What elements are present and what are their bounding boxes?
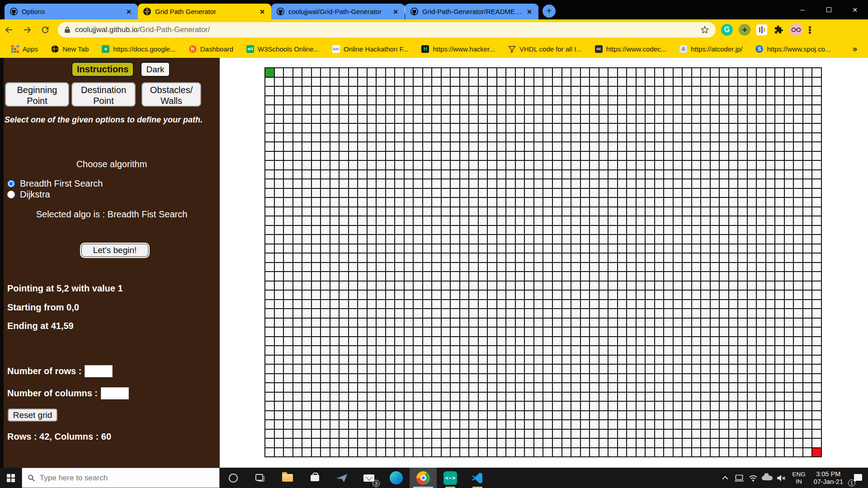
grid-cell[interactable] (414, 337, 422, 346)
grid-cell[interactable] (609, 133, 617, 142)
grid-cell[interactable] (302, 207, 311, 216)
grid-cell[interactable] (729, 152, 738, 160)
grid-cell[interactable] (386, 68, 395, 77)
grid-cell[interactable] (386, 346, 395, 355)
grid-cell[interactable] (432, 189, 441, 197)
grid-cell[interactable] (785, 365, 793, 373)
grid-cell[interactable] (553, 420, 561, 429)
grid-cell[interactable] (516, 170, 524, 179)
grid-cell[interactable] (757, 291, 765, 299)
grid-cell[interactable] (377, 282, 385, 290)
grid-cell[interactable] (395, 365, 404, 373)
grid-cell[interactable] (460, 393, 469, 401)
grid-cell[interactable] (562, 179, 571, 188)
grid-cell[interactable] (627, 439, 636, 447)
grid-cell[interactable] (553, 263, 561, 272)
grid-cell[interactable] (674, 374, 682, 383)
grid-cell[interactable] (368, 309, 376, 318)
grid-cell[interactable] (674, 383, 682, 392)
grid-cell[interactable] (599, 356, 608, 364)
grid-cell[interactable] (701, 244, 710, 253)
grid-cell[interactable] (525, 198, 533, 206)
grid-cell[interactable] (395, 319, 404, 327)
grid-cell[interactable] (812, 124, 821, 132)
grid-cell[interactable] (358, 328, 367, 336)
grid-cell[interactable] (534, 179, 543, 188)
grid-cell[interactable] (655, 179, 664, 188)
grid-cell[interactable] (330, 374, 339, 383)
grid-cell[interactable] (590, 291, 599, 299)
grid-cell[interactable] (340, 448, 348, 457)
grid-cell[interactable] (432, 319, 441, 327)
grid-cell[interactable] (497, 337, 506, 346)
grid-cell[interactable] (701, 448, 710, 457)
grid-cell[interactable] (460, 78, 469, 86)
grid-cell[interactable] (405, 68, 413, 77)
grid-cell[interactable] (627, 448, 636, 457)
grid-cell[interactable] (312, 226, 321, 235)
grid-cell[interactable] (553, 133, 561, 142)
grid-cell[interactable] (571, 124, 580, 132)
grid-cell[interactable] (469, 448, 478, 457)
grid-cell[interactable] (405, 152, 413, 160)
grid-cell[interactable] (803, 300, 812, 309)
back-icon[interactable] (0, 25, 18, 35)
grid-cell[interactable] (506, 198, 515, 206)
grid-cell[interactable] (543, 383, 552, 392)
grid-cell[interactable] (674, 115, 682, 123)
grid-cell[interactable] (442, 272, 450, 281)
bookmark-hackathon[interactable]: D2C Online Hackathon F... (328, 45, 412, 53)
grid-cell[interactable] (432, 337, 441, 346)
grid-cell[interactable] (729, 346, 738, 355)
grid-cell[interactable] (803, 383, 812, 392)
grid-cell[interactable] (330, 291, 339, 299)
grid-cell[interactable] (646, 383, 654, 392)
grid-cell[interactable] (646, 68, 654, 77)
grid-cell[interactable] (405, 402, 413, 410)
grid-cell[interactable] (340, 374, 348, 383)
grid-cell[interactable] (618, 105, 627, 114)
grid-cell[interactable] (581, 393, 590, 401)
grid-cell[interactable] (340, 226, 348, 235)
grid-cell[interactable] (571, 105, 580, 114)
grid-cell[interactable] (729, 328, 738, 336)
grid-cell[interactable] (479, 365, 487, 373)
grid-cell[interactable] (571, 115, 580, 123)
grid-cell[interactable] (506, 87, 515, 95)
grid-cell[interactable] (599, 300, 608, 309)
grid-cell[interactable] (506, 235, 515, 244)
grid-cell[interactable] (738, 439, 747, 447)
grid-cell[interactable] (302, 337, 311, 346)
grid-cell[interactable] (534, 152, 543, 160)
grid-cell[interactable] (312, 152, 321, 160)
grid-cell[interactable] (506, 272, 515, 281)
grid-cell[interactable] (646, 439, 654, 447)
grid-cell[interactable] (312, 430, 321, 438)
grid-cell[interactable] (701, 337, 710, 346)
grid-cell[interactable] (432, 393, 441, 401)
grid-cell[interactable] (284, 430, 292, 438)
grid-cell[interactable] (599, 216, 608, 225)
grid-cell[interactable] (460, 161, 469, 169)
grid-cell[interactable] (265, 253, 274, 262)
grid-cell[interactable] (701, 105, 710, 114)
grid-cell[interactable] (386, 96, 395, 105)
grid-cell[interactable] (460, 282, 469, 290)
grid-cell[interactable] (701, 216, 710, 225)
grid-cell[interactable] (711, 393, 719, 401)
grid-cell[interactable] (479, 328, 487, 336)
grid-cell[interactable] (692, 244, 701, 253)
grid-cell[interactable] (358, 78, 367, 86)
grid-cell[interactable] (618, 263, 627, 272)
grid-cell[interactable] (748, 170, 756, 179)
grid-cell[interactable] (785, 300, 793, 309)
grid-cell[interactable] (720, 78, 728, 86)
grid-cell[interactable] (803, 420, 812, 429)
grid-cell[interactable] (803, 105, 812, 114)
grid-cell[interactable] (405, 226, 413, 235)
grid-cell[interactable] (330, 179, 339, 188)
grid-cell[interactable] (405, 96, 413, 105)
grid-cell[interactable] (534, 105, 543, 114)
grid-cell[interactable] (812, 68, 821, 77)
grid-cell[interactable] (386, 198, 395, 206)
